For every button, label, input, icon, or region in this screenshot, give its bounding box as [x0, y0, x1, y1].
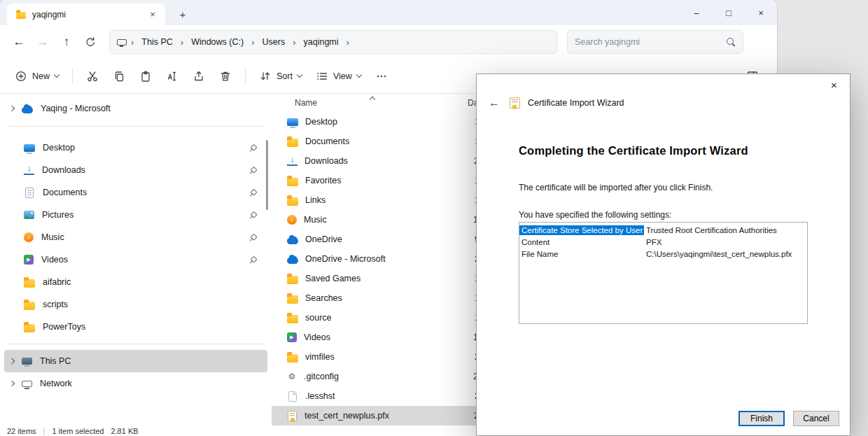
copy-icon: [113, 70, 125, 83]
downloads-icon: [287, 156, 298, 166]
folder-icon: [287, 354, 298, 363]
breadcrumb-users[interactable]: Users: [259, 35, 289, 49]
wizard-close-button[interactable]: ×: [818, 74, 850, 95]
desktop-icon: [287, 118, 298, 126]
view-button[interactable]: View: [309, 66, 368, 87]
new-button[interactable]: New: [8, 66, 65, 87]
settings-row[interactable]: Content PFX: [519, 236, 807, 248]
breadcrumb-this-pc[interactable]: This PC: [138, 35, 176, 49]
search-input[interactable]: Search yaqingmi: [567, 30, 743, 54]
delete-icon: [219, 70, 232, 83]
settings-list[interactable]: Certificate Store Selected by User Trust…: [519, 222, 808, 324]
new-label: New: [32, 71, 50, 81]
chevron-right-icon: [9, 358, 15, 364]
file-name: Videos: [304, 332, 466, 342]
forward-button[interactable]: →: [31, 31, 55, 53]
rename-button[interactable]: [160, 66, 185, 87]
file-name: Documents: [305, 136, 468, 146]
share-icon: [192, 70, 205, 83]
settings-row[interactable]: File Name C:\Users\yaqingmi\test_cert_ne…: [519, 248, 807, 260]
folder-icon: [24, 279, 35, 288]
column-header-name[interactable]: Name: [295, 98, 468, 108]
sidebar-item-scripts[interactable]: scripts: [4, 293, 267, 316]
delete-button[interactable]: [213, 66, 238, 87]
sidebar-item-powertoys[interactable]: PowerToys: [4, 316, 267, 338]
more-options-button[interactable]: [369, 66, 394, 87]
sidebar-item-this-pc[interactable]: This PC: [4, 350, 267, 372]
file-name: Searches: [305, 293, 468, 303]
pictures-icon: [24, 211, 34, 219]
onedrive-cloud-icon: [22, 107, 33, 113]
sidebar-item-label: Documents: [43, 188, 87, 197]
sidebar-scrollbar[interactable]: [266, 140, 268, 210]
pin-icon: [247, 232, 258, 243]
minimize-button[interactable]: –: [680, 0, 713, 25]
breadcrumb-windows-c[interactable]: Windows (C:): [188, 35, 247, 49]
copy-button[interactable]: [106, 66, 132, 87]
wizard-back-button[interactable]: ←: [486, 97, 502, 109]
paste-icon: [139, 70, 152, 83]
file-name: Favorites: [305, 176, 468, 185]
sidebar-item-onedrive[interactable]: Yaqing - Microsoft: [4, 97, 267, 120]
file-name: Saved Games: [305, 274, 468, 283]
sidebar-item-label: aifabric: [43, 277, 71, 287]
chevron-down-icon: [54, 72, 59, 78]
sidebar-item-videos[interactable]: Videos: [4, 248, 267, 271]
onedrive-cloud-icon: [287, 238, 298, 244]
file-name: OneDrive - Microsoft: [305, 254, 468, 264]
selection-size: 2.81 KB: [111, 427, 138, 435]
sort-label: Sort: [276, 71, 293, 81]
close-button[interactable]: ×: [745, 0, 777, 25]
refresh-button[interactable]: [78, 31, 102, 53]
more-icon: [375, 70, 388, 83]
sort-button[interactable]: Sort: [253, 66, 308, 87]
sidebar-item-aifabric[interactable]: aifabric: [4, 271, 267, 293]
file-name: OneDrive: [305, 234, 468, 244]
breadcrumb-separator: ›: [345, 37, 351, 48]
new-tab-button[interactable]: +: [175, 8, 190, 20]
paste-button[interactable]: [133, 66, 158, 87]
setting-key[interactable]: File Name: [519, 249, 644, 259]
network-icon: [22, 381, 32, 387]
address-bar[interactable]: › This PC › Windows (C:) › Users › yaqin…: [109, 30, 557, 54]
folder-icon: [287, 276, 298, 284]
sidebar-item-music[interactable]: Music: [4, 226, 267, 248]
pin-icon: [247, 187, 258, 198]
back-button[interactable]: ←: [7, 31, 31, 53]
sidebar-item-documents[interactable]: Documents: [4, 181, 267, 204]
sidebar-item-network[interactable]: Network: [4, 372, 267, 395]
sidebar-item-downloads[interactable]: Downloads: [4, 159, 267, 181]
certificate-import-wizard-dialog: × ← Certificate Import Wizard Completing…: [476, 73, 850, 436]
file-name: Desktop: [305, 117, 468, 127]
maximize-button[interactable]: □: [713, 0, 745, 25]
downloads-icon: [24, 165, 34, 175]
share-button[interactable]: [186, 66, 211, 87]
cancel-button[interactable]: Cancel: [793, 411, 839, 426]
explorer-tab[interactable]: yaqingmi ×: [7, 3, 165, 25]
sort-icon: [259, 70, 272, 83]
file-name: Downloads: [304, 156, 467, 166]
sidebar-item-pictures[interactable]: Pictures: [4, 204, 267, 226]
finish-button[interactable]: Finish: [738, 411, 785, 426]
setting-key[interactable]: Content: [519, 237, 644, 247]
music-icon: [287, 215, 297, 225]
wizard-footer: Finish Cancel: [477, 407, 850, 435]
breadcrumb-yaqingmi[interactable]: yaqingmi: [300, 35, 342, 49]
cut-button[interactable]: [80, 66, 105, 87]
sidebar-item-label: Desktop: [43, 143, 75, 153]
sidebar-onedrive-label: Yaqing - Microsoft: [41, 104, 111, 113]
onedrive-cloud-icon: [287, 258, 298, 264]
file-name: .gitconfig: [304, 372, 466, 381]
cut-icon: [86, 70, 99, 83]
folder-icon: [287, 139, 298, 147]
tab-close-icon[interactable]: ×: [146, 8, 160, 22]
search-icon: [726, 37, 736, 47]
sidebar-item-label: Music: [41, 232, 64, 242]
file-name: .lesshst: [305, 391, 468, 401]
sidebar-item-label: Pictures: [42, 210, 74, 220]
breadcrumb-separator: ›: [250, 37, 255, 48]
sidebar-item-desktop[interactable]: Desktop: [4, 136, 267, 159]
up-button[interactable]: ↑: [55, 31, 78, 53]
setting-key-selected[interactable]: Certificate Store Selected by User: [519, 225, 644, 235]
settings-row[interactable]: Certificate Store Selected by User Trust…: [519, 224, 807, 236]
